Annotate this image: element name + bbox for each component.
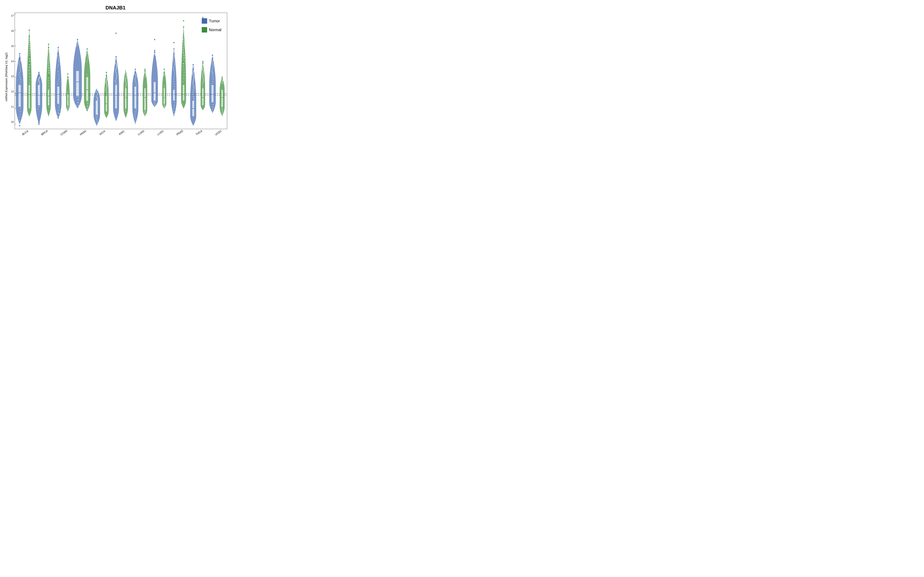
legend-label-normal: Normal <box>209 28 221 32</box>
svg-rect-389 <box>97 91 97 91</box>
svg-rect-775 <box>183 52 184 53</box>
svg-rect-675 <box>164 76 165 77</box>
svg-rect-32 <box>20 61 21 61</box>
svg-rect-46 <box>20 54 21 55</box>
svg-rect-285 <box>77 45 78 45</box>
svg-rect-680 <box>164 89 165 90</box>
svg-rect-962 <box>222 107 223 108</box>
svg-rect-373 <box>97 98 98 98</box>
svg-rect-789 <box>184 72 184 73</box>
svg-rect-366 <box>96 101 98 114</box>
svg-rect-424 <box>107 84 107 85</box>
svg-rect-969 <box>222 80 223 80</box>
svg-rect-879 <box>202 77 203 77</box>
svg-rect-187 <box>49 73 49 73</box>
svg-rect-777 <box>184 55 184 55</box>
svg-rect-840 <box>193 73 194 73</box>
svg-rect-799 <box>184 88 184 89</box>
svg-rect-848 <box>193 69 194 70</box>
svg-rect-394 <box>97 114 98 115</box>
svg-rect-396 <box>97 116 97 116</box>
svg-rect-768 <box>184 58 184 59</box>
svg-rect-936 <box>213 73 213 74</box>
svg-rect-915 <box>213 92 213 93</box>
svg-rect-86 <box>29 39 30 39</box>
svg-rect-79 <box>29 67 30 68</box>
svg-rect-803 <box>183 61 184 62</box>
svg-rect-788 <box>184 36 184 37</box>
svg-rect-320 <box>78 85 78 86</box>
svg-rect-267 <box>68 99 68 99</box>
svg-rect-253 <box>67 110 68 110</box>
svg-rect-619 <box>145 94 146 95</box>
svg-rect-515 <box>126 95 126 95</box>
svg-rect-225 <box>58 59 59 60</box>
svg-rect-176 <box>49 70 49 71</box>
svg-rect-40 <box>19 56 20 57</box>
svg-rect-365 <box>87 48 88 50</box>
svg-rect-833 <box>194 87 194 88</box>
svg-rect-312 <box>78 97 79 97</box>
svg-rect-931 <box>212 76 213 76</box>
svg-rect-934 <box>212 71 212 72</box>
chart-title: DNAJB1 <box>105 5 126 11</box>
y-tick: 16 <box>11 29 14 32</box>
svg-rect-374 <box>97 101 97 101</box>
svg-rect-222 <box>57 84 58 84</box>
svg-rect-615 <box>144 98 145 98</box>
svg-rect-145 <box>38 75 39 76</box>
svg-rect-338 <box>87 88 87 89</box>
svg-rect-331 <box>87 57 88 58</box>
svg-rect-146 <box>38 72 39 73</box>
legend: Tumor Normal <box>202 18 221 32</box>
svg-rect-326 <box>87 74 87 75</box>
svg-rect-71 <box>29 56 29 56</box>
svg-rect-333 <box>87 56 88 56</box>
svg-rect-449 <box>106 108 106 108</box>
svg-rect-937 <box>212 58 213 59</box>
svg-rect-700 <box>164 105 164 106</box>
svg-rect-616 <box>144 73 145 74</box>
violin-chart <box>15 13 227 129</box>
svg-rect-88 <box>29 37 30 38</box>
svg-rect-774 <box>183 50 184 51</box>
svg-rect-554 <box>135 111 136 112</box>
svg-rect-444 <box>107 74 107 75</box>
svg-rect-169 <box>48 54 48 55</box>
svg-rect-508 <box>126 72 126 73</box>
svg-rect-39 <box>19 103 19 103</box>
svg-rect-190 <box>48 47 49 48</box>
svg-rect-33 <box>20 94 21 95</box>
svg-rect-913 <box>212 95 213 95</box>
svg-rect-130 <box>39 91 40 91</box>
svg-rect-814 <box>193 97 194 97</box>
svg-rect-378 <box>97 103 97 104</box>
svg-rect-103 <box>38 108 39 109</box>
svg-rect-162 <box>49 89 49 89</box>
svg-rect-23 <box>20 81 21 82</box>
svg-rect-314 <box>78 93 78 94</box>
svg-rect-163 <box>49 50 50 50</box>
svg-rect-572 <box>135 92 136 93</box>
svg-rect-525 <box>126 87 126 87</box>
svg-rect-720 <box>173 68 174 69</box>
svg-rect-27 <box>19 86 19 87</box>
svg-rect-30 <box>19 62 20 63</box>
svg-rect-75 <box>29 61 30 61</box>
svg-rect-126 <box>38 87 39 88</box>
svg-rect-22 <box>20 68 21 69</box>
svg-rect-171 <box>48 56 49 56</box>
svg-rect-308 <box>78 102 78 103</box>
svg-rect-82 <box>29 42 29 43</box>
svg-rect-797 <box>183 85 184 85</box>
svg-rect-977 <box>222 83 223 83</box>
svg-rect-296 <box>77 97 78 97</box>
svg-rect-636 <box>154 90 155 91</box>
svg-rect-605 <box>144 108 145 108</box>
svg-rect-132 <box>39 92 40 93</box>
svg-rect-76 <box>29 48 30 49</box>
svg-rect-44 <box>20 55 21 55</box>
svg-rect-905 <box>213 104 213 105</box>
svg-rect-161 <box>49 49 49 49</box>
svg-rect-822 <box>194 88 194 89</box>
